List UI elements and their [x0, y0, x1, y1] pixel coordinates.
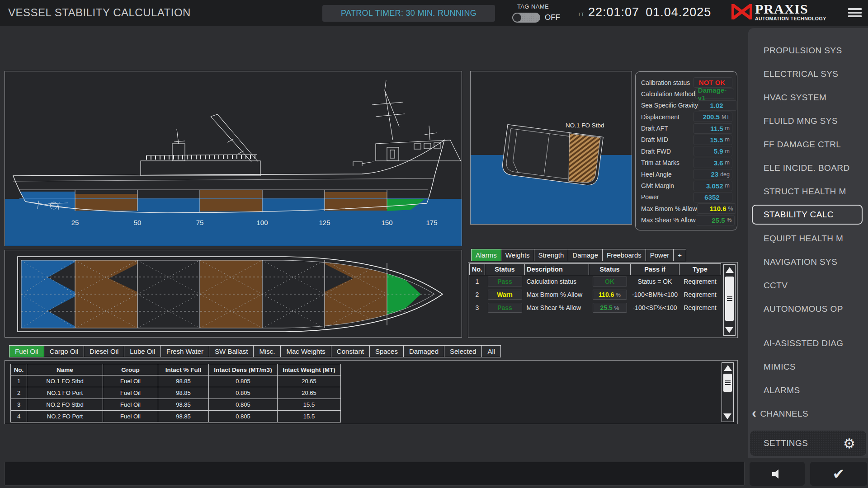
cell-no: 3 [470, 301, 485, 314]
stat-label: Calibration status [641, 79, 690, 86]
check-icon: ✔ [833, 467, 845, 481]
sidebar-item-label: FLUILD MNG SYS [764, 116, 838, 126]
sidebar-item-autonomous-op[interactable]: AUTONOMOUS OP [748, 297, 868, 321]
scroll-down-icon[interactable] [725, 327, 733, 333]
table-row[interactable]: 2NO.1 FO PortFuel Oil 98.850.80520.65 [11, 387, 341, 399]
scroll-down-icon[interactable] [723, 413, 731, 419]
tag-name-toggle[interactable] [512, 13, 540, 23]
sidebar-item-label: AI-ASISSTED DIAG [764, 338, 843, 348]
sidebar-item-propulsion-sys[interactable]: PROPULSION SYS [748, 39, 868, 62]
tank-scrollbar[interactable] [722, 362, 734, 422]
tab-add[interactable]: + [673, 249, 686, 261]
tab-power[interactable]: Power [646, 249, 674, 261]
value-badge: 110.6 % [593, 290, 627, 300]
tab-lube-oil[interactable]: Lube Oil [124, 345, 161, 357]
tab-all[interactable]: All [481, 345, 501, 357]
tab-mac-weights[interactable]: Mac Weights [280, 345, 331, 357]
cell-type: Reqirement [679, 275, 721, 288]
tab-freeboards[interactable]: Freeboards [602, 249, 646, 261]
sidebar-item-stability-calc[interactable]: STABILITY CALC [752, 205, 863, 225]
mute-alarm-button[interactable] [750, 462, 805, 486]
header-bar: VESSEL STABILITY CALCULATION PATROL TIME… [0, 0, 868, 26]
sidebar-item-mimics[interactable]: MIMICS [748, 355, 868, 379]
stat-value: 15.5 [710, 136, 723, 144]
sidebar-item-ele-incide-board[interactable]: ELE INCIDE. BOARD [748, 156, 868, 180]
scroll-up-icon[interactable] [726, 267, 734, 273]
table-row[interactable]: 3NO.2 FO StbdFuel Oil 98.850.80515.5 [11, 399, 341, 411]
sidebar-item-channels[interactable]: ‹CHANNELS [748, 402, 868, 426]
tab-cargo-oil[interactable]: Cargo Oil [44, 345, 84, 357]
sidebar-item-ai-asissted-diag[interactable]: AI-ASISSTED DIAG [748, 332, 868, 355]
tab-diesel-oil[interactable]: Diesel Oil [84, 345, 124, 357]
sidebar-item-cctv[interactable]: CCTV [748, 274, 868, 297]
tab-spaces[interactable]: Spaces [369, 345, 404, 357]
sidebar-item-label: AUTONOMOUS OP [764, 304, 843, 314]
sidebar-item-alarms[interactable]: ALARMS [748, 379, 868, 402]
tab-strength[interactable]: Strength [534, 249, 569, 261]
sidebar-item-label: ALARMS [764, 385, 800, 395]
stat-label: Power [641, 193, 659, 201]
table-row[interactable]: 1NO.1 FO StbdFuel Oil 98.850.80520.65 [11, 375, 341, 387]
cell-no: 2 [470, 288, 485, 301]
sidebar-item-equipt-health-m[interactable]: EQUIPT HEALTH M [748, 227, 868, 250]
col-header-intact-full: Intact % Full [158, 364, 209, 375]
stat-row: Displacement200.5MT [641, 112, 732, 122]
tab-damage[interactable]: Damage [568, 249, 603, 261]
stat-row: GMt Margin3.052m [641, 181, 732, 191]
stat-value-box: 23deg [693, 169, 732, 179]
sidebar-item-navigation-sys[interactable]: NAVIGATION SYS [748, 250, 868, 274]
sidebar-item-label: STRUCT HEALTH M [764, 187, 846, 197]
sidebar-item-label: FF DAMAGE CTRL [764, 140, 841, 150]
stat-label: Calculation Method [641, 90, 695, 98]
stat-row: Draft MID15.5m [641, 135, 732, 145]
status-badge: Warn [488, 290, 522, 300]
stat-value: 5.9 [714, 147, 723, 155]
scroll-up-icon[interactable] [724, 365, 732, 371]
app-root: VESSEL STABILITY CALCULATION PATROL TIME… [0, 0, 868, 488]
tab-sw-ballast[interactable]: SW Ballast [209, 345, 254, 357]
alarm-scrollbar[interactable] [723, 264, 736, 336]
tab-alarms[interactable]: Alarms [471, 249, 501, 261]
col-header-name: Name [27, 364, 103, 375]
col-header-status2: Status [589, 264, 631, 275]
tab-fuel-oil[interactable]: Fuel Oil [9, 345, 44, 357]
gear-icon: ⚙ [843, 436, 855, 451]
tab-constant[interactable]: Constant [331, 345, 370, 357]
stat-value-box: 15.5m [693, 135, 732, 145]
brand-name: PRAXIS [755, 2, 826, 16]
stat-value: NOT OK [699, 79, 725, 86]
stat-value: 23 [711, 170, 718, 178]
tab-weights[interactable]: Weights [501, 249, 534, 261]
stat-label: GMt Margin [641, 182, 674, 189]
tab-damaged[interactable]: Damaged [403, 345, 444, 357]
sidebar-item-fluild-mng-sys[interactable]: FLUILD MNG SYS [748, 109, 868, 133]
table-row[interactable]: 1 Pass Calculation status OK Status = OK… [470, 275, 721, 288]
patrol-timer-button[interactable]: PATROL TIMER: 30 MIN. RUNNING [322, 5, 495, 22]
tab-selected[interactable]: Selected [444, 345, 482, 357]
table-row[interactable]: 3 Pass Max Shear % Allow 25.5 % -100<SF%… [470, 301, 721, 314]
stat-value-box: 200.5MT [693, 112, 732, 122]
table-row[interactable]: 4NO.2 FO PortFuel Oil 98.850.80515.5 [11, 411, 341, 422]
table-row[interactable]: 2 Warn Max Bmom % Allow 110.6 % -100<BM%… [470, 288, 721, 301]
sidebar-item-ff-damage-ctrl[interactable]: FF DAMAGE CTRL [748, 133, 868, 156]
tab-misc[interactable]: Misc. [253, 345, 281, 357]
sidebar-item-label: CCTV [764, 281, 788, 291]
praxis-logo-icon [731, 4, 752, 20]
sidebar-item-settings[interactable]: SETTINGS ⚙ [750, 431, 866, 456]
sidebar-item-struct-health-m[interactable]: STRUCT HEALTH M [748, 180, 868, 203]
sidebar-item-hvac-system[interactable]: HVAC SYSTEM [748, 86, 868, 109]
hamburger-menu-icon[interactable] [848, 8, 862, 19]
acknowledge-button[interactable]: ✔ [810, 462, 867, 486]
sidebar-item-electrical-sys[interactable]: ELECTRICAL SYS [748, 62, 868, 86]
col-header-status: Status [485, 264, 525, 275]
stat-value-box: 3.052m [693, 181, 732, 191]
scrollbar-thumb[interactable] [725, 277, 734, 321]
sidebar-item-label: ELECTRICAL SYS [764, 69, 838, 79]
cell-description: Calculation status [525, 275, 589, 288]
scrollbar-thumb[interactable] [723, 374, 732, 392]
stat-value-box: 110.6% [697, 203, 736, 214]
scale-label: 125 [319, 219, 330, 226]
stat-label: Trim at Marks [641, 159, 679, 166]
tab-fresh-water[interactable]: Fresh Water [160, 345, 209, 357]
date-value: 01.04.2025 [646, 5, 711, 19]
